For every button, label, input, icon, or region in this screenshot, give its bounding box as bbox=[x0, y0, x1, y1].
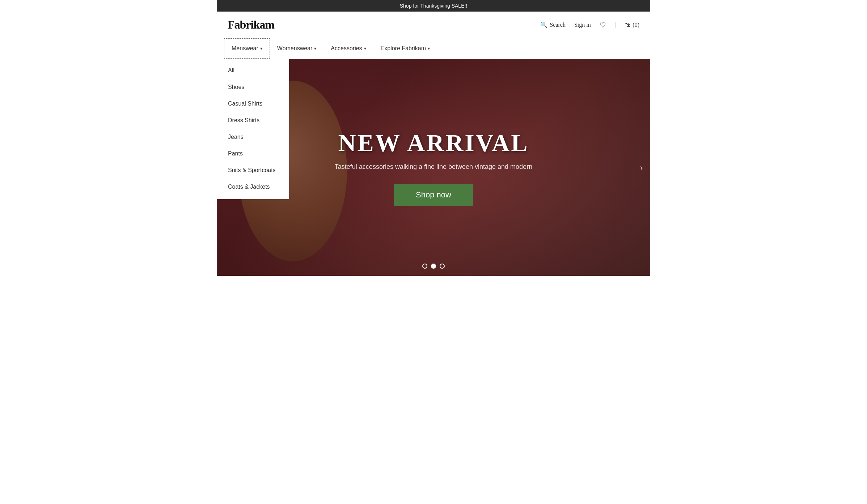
signin-button[interactable]: Sign in bbox=[574, 22, 591, 28]
wishlist-button[interactable]: ♡ bbox=[600, 21, 606, 29]
dropdown-item-shoes[interactable]: Shoes bbox=[217, 79, 289, 95]
chevron-down-icon: ▾ bbox=[314, 46, 316, 51]
top-banner: Shop for Thanksgiving SALE!! bbox=[217, 0, 650, 12]
nav-item-explore[interactable]: Explore Fabrikam ▾ bbox=[373, 39, 437, 58]
carousel-dot-0[interactable] bbox=[422, 264, 427, 269]
main-nav: Menswear ▾ Womenswear ▾ Accessories ▾ Ex… bbox=[217, 38, 650, 59]
carousel-next-button[interactable]: › bbox=[640, 162, 643, 173]
hero-title: NEW ARRIVAL bbox=[335, 129, 532, 157]
logo[interactable]: Fabrikam bbox=[228, 18, 274, 31]
nav-label-accessories: Accessories bbox=[331, 45, 362, 52]
nav-item-menswear[interactable]: Menswear ▾ bbox=[224, 38, 270, 59]
carousel-dots bbox=[422, 264, 445, 269]
search-button[interactable]: 🔍 Search bbox=[540, 21, 566, 28]
shop-now-button[interactable]: Shop now bbox=[394, 184, 473, 206]
carousel-dot-2[interactable] bbox=[440, 264, 445, 269]
dropdown-item-pants[interactable]: Pants bbox=[217, 145, 289, 162]
dropdown-item-suits[interactable]: Suits & Sportcoats bbox=[217, 162, 289, 179]
header: Fabrikam 🔍 Search Sign in ♡ | 🛍 (0) bbox=[217, 12, 650, 38]
banner-text: Shop for Thanksgiving SALE!! bbox=[400, 3, 468, 9]
dropdown-item-casual-shirts[interactable]: Casual Shirts bbox=[217, 95, 289, 112]
dropdown-item-dress-shirts[interactable]: Dress Shirts bbox=[217, 112, 289, 129]
hero-content: NEW ARRIVAL Tasteful accessories walking… bbox=[335, 129, 532, 206]
cart-button[interactable]: 🛍 (0) bbox=[625, 22, 639, 28]
nav-item-accessories[interactable]: Accessories ▾ bbox=[323, 39, 373, 58]
dropdown-item-all[interactable]: All bbox=[217, 62, 289, 79]
chevron-down-icon: ▾ bbox=[364, 46, 366, 51]
dropdown-item-coats[interactable]: Coats & Jackets bbox=[217, 179, 289, 195]
carousel-dot-1[interactable] bbox=[431, 264, 436, 269]
menswear-dropdown: All Shoes Casual Shirts Dress Shirts Jea… bbox=[217, 59, 289, 199]
header-divider: | bbox=[615, 21, 616, 29]
dropdown-item-jeans[interactable]: Jeans bbox=[217, 129, 289, 145]
nav-label-menswear: Menswear bbox=[232, 45, 258, 52]
cart-icon: 🛍 bbox=[625, 22, 630, 28]
nav-item-womenswear[interactable]: Womenswear ▾ bbox=[270, 39, 324, 58]
chevron-down-icon: ▾ bbox=[260, 46, 262, 51]
header-actions: 🔍 Search Sign in ♡ | 🛍 (0) bbox=[540, 21, 639, 29]
nav-label-explore: Explore Fabrikam bbox=[381, 45, 426, 52]
nav-label-womenswear: Womenswear bbox=[277, 45, 313, 52]
search-label: Search bbox=[550, 22, 566, 28]
search-icon: 🔍 bbox=[540, 21, 547, 28]
hero-subtitle: Tasteful accessories walking a fine line… bbox=[335, 163, 532, 171]
chevron-down-icon: ▾ bbox=[428, 46, 430, 51]
cart-count: (0) bbox=[633, 22, 639, 28]
